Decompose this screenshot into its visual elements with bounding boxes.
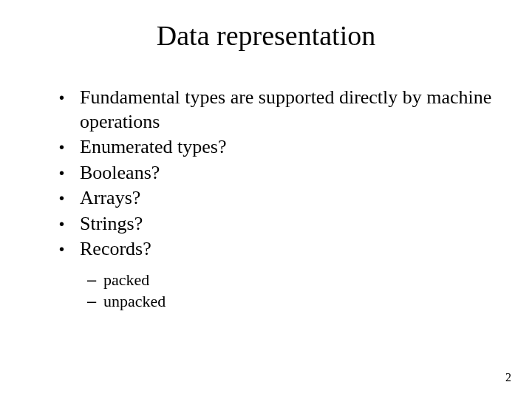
bullet-item: Arrays? [59,186,495,211]
bullet-item: Booleans? [59,161,495,185]
sub-bullet-item: packed [87,269,495,291]
page-number: 2 [505,371,511,384]
bullet-item: Enumerated types? [59,135,495,160]
sub-bullet-list: packed unpacked [37,269,495,313]
bullet-item: Records? [59,237,495,262]
sub-bullet-item: unpacked [87,290,495,313]
slide-title: Data representation [37,19,495,52]
bullet-item: Fundamental types are supported directly… [59,86,495,134]
bullet-list: Fundamental types are supported directly… [37,86,495,262]
bullet-item: Strings? [59,212,495,236]
